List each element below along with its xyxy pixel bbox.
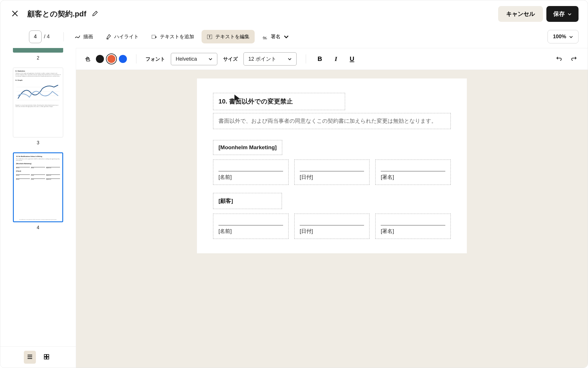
color-swatch-orange[interactable] [107, 55, 115, 63]
color-swatch-blue[interactable] [119, 55, 127, 63]
thumbnail-label: 4 [13, 225, 63, 230]
font-label: フォント [146, 56, 165, 62]
save-button-label: 保存 [553, 10, 565, 18]
underline-button[interactable]: U [347, 55, 357, 63]
divider [306, 54, 306, 64]
thumbnail-page-4[interactable]: 10. No Modifications Unless In Writing N… [13, 152, 63, 222]
party-text-block[interactable]: [顧客] [213, 193, 282, 209]
divider [63, 32, 64, 41]
name-label: [名前] [218, 174, 283, 181]
thumbnail-label: 2 [13, 55, 63, 61]
party-text-block[interactable]: [Moonhelm Marketing] [213, 140, 282, 155]
signature-line [300, 163, 364, 171]
signature-line [218, 163, 283, 171]
signature-field[interactable]: [日付] [294, 214, 370, 239]
color-swatch-black[interactable] [96, 55, 104, 63]
page-content: 10. 書面以外での変更禁止 書面以外で、および両当事者の同意なくこの契約書に加… [197, 78, 467, 253]
document-canvas[interactable]: 10. 書面以外での変更禁止 書面以外で、および両当事者の同意なくこの契約書に加… [76, 69, 588, 368]
color-label: 色 [85, 56, 90, 62]
signature-field[interactable]: [名前] [213, 160, 289, 185]
highlight-tool-button[interactable]: ハイライト [100, 30, 144, 43]
svg-rect-8 [47, 354, 49, 356]
pencil-icon [92, 11, 98, 16]
body-text-block[interactable]: 書面以外で、および両当事者の同意なくこの契約書に加えられた変更は無効となります。 [213, 113, 451, 129]
undo-button[interactable] [554, 54, 564, 64]
font-select[interactable]: Helvetica [171, 53, 217, 65]
thumbnails-panel[interactable]: 2 8. Statistics Statistics is the study … [0, 48, 76, 346]
cancel-button[interactable]: キャンセル [498, 6, 543, 22]
document-title: 顧客との契約.pdf [27, 9, 86, 19]
text-formatting-toolbar: 色 フォント Helvetica サイズ 12 ポイント B I U [76, 48, 588, 70]
svg-rect-9 [44, 357, 46, 359]
date-label: [日付] [300, 174, 364, 181]
toolbar: / 4 描画 ハイライト テキストを追加 T テキストを編集 署名 [0, 28, 588, 48]
close-button[interactable] [9, 7, 20, 21]
svg-text:T: T [209, 35, 210, 39]
graph-thumbnail-icon [16, 83, 61, 103]
edit-text-tool-button[interactable]: T テキストを編集 [202, 30, 255, 43]
grid-view-button[interactable] [40, 351, 53, 364]
signature-line [218, 217, 283, 225]
draw-icon [75, 34, 80, 40]
sign-icon [262, 34, 268, 40]
page-total: / 4 [44, 34, 50, 40]
thumbnail-label: 3 [13, 140, 63, 145]
draw-tool-button[interactable]: 描画 [69, 30, 98, 43]
header: 顧客との契約.pdf キャンセル 保存 [0, 0, 588, 28]
size-select[interactable]: 12 ポイント [243, 52, 297, 66]
close-icon [12, 10, 18, 17]
signature-field[interactable]: [署名] [375, 160, 451, 185]
signature-line [381, 217, 445, 225]
date-label: [日付] [300, 228, 364, 235]
add-text-tool-button[interactable]: テキストを追加 [146, 30, 199, 43]
edit-title-button[interactable] [91, 9, 99, 18]
chevron-down-icon [288, 57, 292, 61]
heading-text-block[interactable]: 10. 書面以外での変更禁止 [213, 93, 345, 110]
edit-text-icon: T [207, 34, 212, 40]
save-button[interactable]: 保存 [546, 6, 579, 22]
signature-label: [署名] [381, 174, 445, 181]
divider [136, 54, 136, 64]
chevron-down-icon [208, 57, 212, 61]
redo-button[interactable] [569, 54, 579, 64]
list-view-button[interactable] [24, 351, 36, 364]
undo-icon [556, 55, 562, 62]
signature-line [300, 217, 364, 225]
thumbnail-page-2-partial[interactable] [13, 48, 63, 53]
zoom-select[interactable]: 100% [548, 30, 579, 43]
chevron-down-icon [283, 34, 289, 40]
name-label: [名前] [218, 228, 283, 235]
signature-label: [署名] [381, 228, 445, 235]
add-text-icon [151, 34, 157, 40]
grid-icon [43, 354, 50, 360]
chevron-down-icon [568, 12, 572, 16]
bold-button[interactable]: B [315, 55, 324, 63]
signature-line [381, 163, 445, 171]
signature-field[interactable]: [日付] [294, 160, 370, 185]
size-label: サイズ [223, 56, 238, 62]
svg-rect-7 [44, 354, 46, 356]
thumbnail-page-3[interactable]: 8. Statistics Statistics is the study an… [13, 68, 63, 137]
svg-rect-10 [47, 357, 49, 359]
list-icon [27, 354, 33, 360]
italic-button[interactable]: I [331, 55, 341, 63]
signature-field[interactable]: [署名] [375, 214, 451, 239]
sign-tool-button[interactable]: 署名 [257, 30, 294, 43]
svg-rect-0 [152, 35, 155, 39]
chevron-down-icon [569, 35, 573, 39]
sidebar: 2 8. Statistics Statistics is the study … [0, 48, 76, 368]
highlight-icon [106, 34, 111, 40]
page-number-input[interactable] [29, 30, 42, 43]
signature-field[interactable]: [名前] [213, 214, 289, 239]
redo-icon [570, 55, 577, 62]
